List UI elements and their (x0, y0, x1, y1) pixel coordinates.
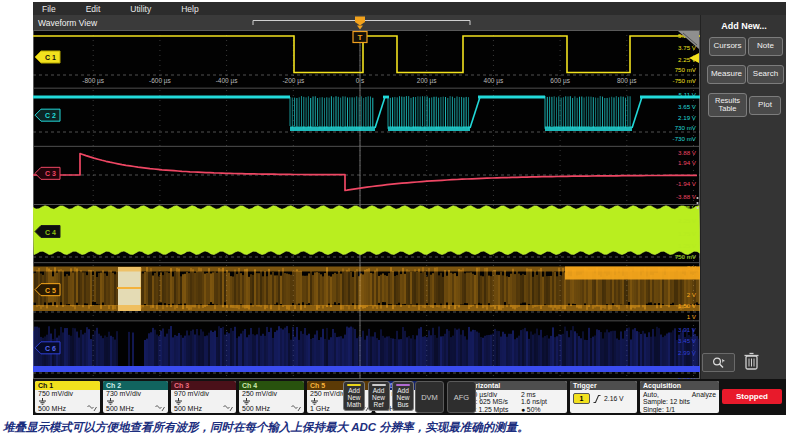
svg-text:-400 µs: -400 µs (216, 77, 239, 85)
svg-text:C 4: C 4 (45, 229, 56, 236)
svg-text:-200 µs: -200 µs (282, 77, 305, 85)
trigger-position-flag[interactable] (355, 17, 365, 30)
trigger-title: Trigger (570, 381, 637, 390)
page: FileEditUtilityHelp Waveform View -800 µ… (0, 0, 786, 447)
run-stop-button[interactable]: Stopped (722, 389, 782, 404)
ch5-scale-label: 1.50 V (678, 302, 697, 309)
dvm-button[interactable]: DVM (415, 381, 444, 413)
channel-vdiv: 970 mV/div (174, 390, 233, 398)
ch4-scale-label: 750 mV (675, 253, 697, 260)
sidebar-button-cursors[interactable]: Cursors (709, 37, 746, 56)
ground-coupling-icon (38, 398, 47, 405)
channel-card-name: Ch 3 (171, 381, 236, 390)
ch5-scale-label: 3 V (687, 264, 697, 271)
channel-card-name: Ch 2 (103, 381, 168, 390)
ch1-badge[interactable]: C 1 (35, 51, 60, 63)
ch1-scale-label: 3.75 V (678, 44, 697, 51)
svg-text:C 6: C 6 (45, 345, 56, 352)
svg-text:400 µs: 400 µs (484, 77, 504, 85)
waveform-plot: -800 µs-600 µs-400 µs-200 µs0 s200 µs400… (33, 30, 700, 379)
svg-text:800 µs: 800 µs (617, 77, 637, 85)
svg-text:-600 µs: -600 µs (149, 77, 172, 85)
svg-text:0 s: 0 s (356, 77, 365, 84)
svg-text:C 1: C 1 (45, 54, 56, 61)
ch2-scale-label: 5.11 V (679, 91, 697, 98)
menu-item-utility[interactable]: Utility (126, 4, 155, 14)
channel-card-2[interactable]: Ch 2 730 mV/div 500 MHz (103, 381, 168, 413)
acquisition-sample: Sample: 12 bits (643, 398, 716, 405)
zoom-mode-button[interactable] (702, 353, 735, 372)
ground-coupling-icon (242, 398, 251, 405)
ground-coupling-icon (310, 398, 319, 405)
waveform-view-tabbar: Waveform View (33, 15, 700, 31)
add-new-title: Add New... (701, 21, 786, 31)
channel-vdiv: 750 mV/div (38, 390, 97, 398)
channel-card-name: Ch 1 (35, 381, 100, 390)
oscilloscope-screen: FileEditUtilityHelp Waveform View -800 µ… (33, 2, 786, 415)
ch4-scale-label: 2.25 V (678, 217, 697, 224)
ch2-badge[interactable]: C 2 (35, 109, 60, 121)
trigger-source-badge: 1 (573, 393, 590, 404)
ch1-scale-label: -750 mV (673, 77, 697, 84)
horizontal-title: Horizontal (463, 381, 567, 390)
bandwidth-icon (291, 405, 301, 412)
channel-vdiv: 730 mV/div (106, 390, 165, 398)
svg-text:600 µs: 600 µs (550, 77, 570, 85)
afg-button[interactable]: AFG (447, 381, 476, 413)
trigger-marker[interactable]: T (353, 32, 367, 43)
ch4-trace (33, 206, 700, 255)
channel-card-3[interactable]: Ch 3 970 mV/div 500 MHz (171, 381, 236, 413)
svg-text:-800 µs: -800 µs (82, 77, 105, 85)
ground-coupling-icon (106, 398, 115, 405)
ch6-scale-label: 2.99 V (678, 349, 697, 356)
right-sidebar: Add New... CursorsNoteMeasureSear (700, 15, 786, 379)
channel-bandwidth: 500 MHz (174, 405, 202, 413)
delete-waveform-button[interactable] (741, 351, 763, 371)
waveform-grid[interactable]: -800 µs-600 µs-400 µs-200 µs0 s200 µs400… (33, 30, 700, 379)
ch6-scale-label: 3.91 V (678, 326, 697, 333)
ch5-scale-label: 1 V (687, 313, 697, 320)
channel-vdiv: 250 mV/div (242, 390, 301, 398)
ch6-badge[interactable]: C 6 (35, 342, 60, 354)
channel-card-4[interactable]: Ch 4 250 mV/div 500 MHz (239, 381, 304, 413)
channel-bandwidth: 1 GHz (310, 405, 330, 413)
slice-drag-handle[interactable] (696, 197, 698, 209)
acquisition-title: Acquisition (640, 381, 719, 390)
sidebar-button-plot[interactable]: Plot (749, 96, 781, 115)
ch4-badge[interactable]: C 4 (35, 226, 60, 238)
caption: 堆叠显示模式可以方便地查看所有波形，同时在每个输入上保持最大 ADC 分辨率，实… (3, 420, 783, 435)
horizontal-values: 200 µs/div2 msSR: 625 MS/s1.6 ns/ptRL: 1… (463, 390, 567, 413)
menu-bar: FileEditUtilityHelp (33, 2, 786, 16)
sidebar-button-search[interactable]: Search (747, 65, 784, 84)
channel-bandwidth: 500 MHz (106, 405, 134, 413)
add-new-bus-button[interactable]: AddNewBus (392, 381, 414, 411)
ch2-scale-label: -730 mV (673, 135, 697, 142)
acquisition-single: Single: 1/1 (643, 406, 716, 413)
svg-text:T: T (358, 33, 363, 42)
menu-item-help[interactable]: Help (177, 4, 202, 14)
ch3-scale-label: 3.88 V (678, 149, 697, 156)
sidebar-button-results-table[interactable]: ResultsTable (708, 93, 747, 117)
ch3-badge[interactable]: C 3 (35, 167, 60, 179)
menu-item-edit[interactable]: Edit (82, 4, 105, 14)
channel-card-1[interactable]: Ch 1 750 mV/div 500 MHz (35, 381, 100, 413)
acquisition-overview-bar[interactable] (33, 15, 700, 30)
ch3-scale-label: -3.88 V (676, 193, 697, 200)
bandwidth-icon (87, 405, 97, 412)
acquisition-mode: Auto, (643, 391, 659, 398)
acquisition-panel[interactable]: Acquisition Auto, Analyze Sample: 12 bit… (640, 381, 719, 413)
add-new-ref-button[interactable]: AddNewRef (368, 381, 390, 411)
sidebar-button-measure[interactable]: Measure (707, 65, 746, 84)
menu-item-file[interactable]: File (38, 4, 60, 14)
bandwidth-icon (155, 405, 165, 412)
add-new-math-button[interactable]: AddNewMath (343, 381, 365, 411)
ground-coupling-icon (174, 398, 183, 405)
trigger-panel[interactable]: Trigger 1 2.16 V (570, 381, 637, 413)
ch5-badge[interactable]: C 5 (35, 284, 60, 296)
ch4-scale-label: 2.75 V (678, 204, 697, 211)
ch2-scale-label: 2.19 V (678, 114, 697, 121)
horizontal-panel[interactable]: Horizontal 200 µs/div2 msSR: 625 MS/s1.6… (463, 381, 567, 413)
ch1-scale-label: 750 mV (675, 66, 697, 73)
svg-text:200 µs: 200 µs (417, 77, 437, 85)
sidebar-button-note[interactable]: Note (748, 37, 783, 56)
